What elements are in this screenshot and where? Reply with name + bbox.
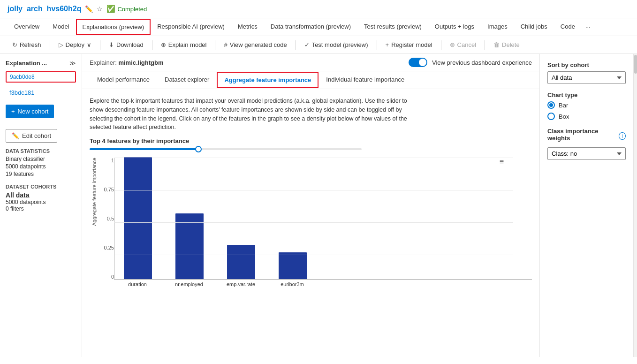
cancel-icon: ⊗ bbox=[450, 41, 455, 48]
edit-cohort-label: Edit cohort bbox=[22, 132, 51, 139]
tab-metrics[interactable]: Metrics bbox=[231, 18, 264, 36]
favorite-icon[interactable]: ☆ bbox=[97, 5, 103, 13]
tab-code[interactable]: Code bbox=[554, 18, 582, 36]
tab-model[interactable]: Model bbox=[46, 18, 76, 36]
class-importance-select[interactable]: Class: no Class: yes bbox=[547, 147, 626, 160]
main-content: Explanation ... ≫ 9acb0de8 f3bdc181 + Ne… bbox=[0, 54, 637, 357]
classifier-type: Binary classifier bbox=[6, 156, 76, 162]
download-button[interactable]: ⬇ Download bbox=[104, 39, 148, 51]
top-header: jolly_arch_hvs60h2q ✏️ ☆ ✅ Completed bbox=[0, 0, 637, 18]
scroll-bar[interactable] bbox=[633, 54, 637, 357]
new-cohort-button[interactable]: + New cohort bbox=[6, 105, 54, 118]
bar-duration[interactable] bbox=[124, 157, 152, 279]
dataset-cohorts-title: DATASET COHORTS bbox=[6, 184, 76, 190]
explain-model-button[interactable]: ⊕ Explain model bbox=[156, 39, 212, 51]
tab-child-jobs[interactable]: Child jobs bbox=[514, 18, 554, 36]
subtab-aggregate-feature-importance[interactable]: Aggregate feature importance bbox=[217, 72, 318, 88]
chart-area: Explore the top-k important features tha… bbox=[82, 89, 539, 357]
tab-explanations[interactable]: Explanations (preview) bbox=[76, 19, 151, 35]
new-cohort-label: New cohort bbox=[18, 108, 49, 115]
explainer-label: Explainer: bbox=[90, 59, 117, 66]
explain-icon: ⊕ bbox=[161, 41, 166, 48]
subtab-dataset-explorer[interactable]: Dataset explorer bbox=[157, 71, 217, 89]
deploy-label: Deploy bbox=[66, 41, 84, 48]
y-axis-label: Aggregate feature importance bbox=[90, 158, 97, 226]
y-tick-075: 0.75 bbox=[104, 187, 114, 192]
bar-emp-var-rate-rect bbox=[227, 245, 255, 279]
cancel-button[interactable]: ⊗ Cancel bbox=[445, 39, 481, 51]
x-label-nr-employed: nr.employed bbox=[175, 281, 203, 287]
sort-by-cohort-section: Sort by cohort All data 9acb0de8 f3bdc18… bbox=[547, 61, 626, 84]
register-model-button[interactable]: + Register model bbox=[381, 39, 437, 51]
chart-type-bar[interactable]: Bar bbox=[547, 101, 626, 109]
cohort-id-2: f3bdc181 bbox=[9, 89, 35, 96]
status-label: Completed bbox=[117, 6, 147, 13]
test-model-button[interactable]: ✓ Test model (preview) bbox=[300, 39, 373, 51]
scrollbar-thumb[interactable] bbox=[634, 55, 637, 74]
bar-label: Bar bbox=[559, 102, 568, 109]
bar-emp-var-rate[interactable] bbox=[227, 245, 255, 279]
edit-title-icon[interactable]: ✏️ bbox=[85, 5, 93, 13]
bar-radio[interactable] bbox=[547, 101, 555, 109]
subtab-model-performance[interactable]: Model performance bbox=[90, 71, 157, 89]
refresh-icon: ↻ bbox=[12, 41, 17, 48]
tab-images[interactable]: Images bbox=[481, 18, 514, 36]
cohort-item-selected[interactable]: 9acb0de8 bbox=[6, 71, 76, 83]
class-importance-info-icon[interactable]: i bbox=[619, 132, 626, 140]
cohort-item-2[interactable]: f3bdc181 bbox=[6, 87, 76, 98]
edit-cohort-button[interactable]: ✏️ Edit cohort bbox=[6, 129, 57, 143]
dashboard-toggle-area: View previous dashboard experience bbox=[409, 58, 532, 67]
x-label-emp-var-rate: emp.var.rate bbox=[227, 281, 255, 287]
feature-count-slider[interactable] bbox=[90, 148, 362, 150]
view-code-button[interactable]: # View generated code bbox=[219, 39, 291, 51]
toolbar-separator-2 bbox=[100, 40, 100, 50]
tab-data-transformation[interactable]: Data transformation (preview) bbox=[264, 18, 357, 36]
toolbar-separator-4 bbox=[215, 40, 215, 50]
check-icon: ✅ bbox=[106, 5, 115, 13]
bar-nr-employed[interactable] bbox=[175, 213, 204, 279]
x-label-duration: duration bbox=[123, 281, 152, 287]
sort-by-cohort-label: Sort by cohort bbox=[547, 61, 626, 68]
slider-thumb[interactable] bbox=[195, 146, 202, 152]
toolbar-separator-6 bbox=[377, 40, 377, 50]
register-icon: + bbox=[386, 41, 389, 48]
deploy-dropdown-icon: ∨ bbox=[87, 41, 91, 48]
sub-tabs: Model performance Dataset explorer Aggre… bbox=[82, 71, 539, 89]
refresh-button[interactable]: ↻ Refresh bbox=[8, 39, 46, 51]
toolbar-separator-5 bbox=[296, 40, 296, 50]
features-count: 19 features bbox=[6, 171, 76, 177]
expand-icon[interactable]: ≫ bbox=[69, 60, 76, 67]
toolbar-separator-8 bbox=[485, 40, 485, 50]
tab-test-results[interactable]: Test results (preview) bbox=[357, 18, 428, 36]
explain-label: Explain model bbox=[168, 41, 207, 48]
cohort-buttons: 9acb0de8 f3bdc181 bbox=[6, 71, 76, 99]
toolbar-separator-7 bbox=[441, 40, 441, 50]
deploy-icon: ▷ bbox=[59, 41, 63, 48]
deploy-button[interactable]: ▷ Deploy ∨ bbox=[54, 39, 96, 51]
nav-more-icon[interactable]: ··· bbox=[582, 19, 594, 35]
chart-title: Top 4 features by their importance bbox=[90, 137, 532, 144]
chart-type-options: Bar Box bbox=[547, 101, 626, 120]
explainer-info: Explainer: mimic.lightgbm bbox=[90, 59, 164, 66]
register-label: Register model bbox=[391, 41, 432, 48]
delete-button[interactable]: 🗑 Delete bbox=[489, 39, 524, 51]
refresh-label: Refresh bbox=[20, 41, 41, 48]
tab-outputs-logs[interactable]: Outputs + logs bbox=[428, 18, 481, 36]
cohort-id-1: 9acb0de8 bbox=[10, 74, 35, 80]
dashboard-toggle[interactable] bbox=[409, 58, 427, 67]
dataset-cohorts: DATASET COHORTS All data 5000 datapoints… bbox=[6, 184, 76, 212]
bar-euribor3m[interactable] bbox=[279, 252, 307, 279]
tab-responsible-ai[interactable]: Responsible AI (preview) bbox=[151, 18, 231, 36]
delete-icon: 🗑 bbox=[493, 41, 500, 48]
cohort-all-data-name: All data bbox=[6, 191, 76, 199]
chart-type-box[interactable]: Box bbox=[547, 113, 626, 120]
datapoints-count: 5000 datapoints bbox=[6, 163, 76, 170]
tab-overview[interactable]: Overview bbox=[8, 18, 46, 36]
class-importance-header: Class importance weights i bbox=[547, 128, 626, 144]
sort-by-cohort-select[interactable]: All data 9acb0de8 f3bdc181 bbox=[547, 71, 626, 84]
box-radio[interactable] bbox=[547, 113, 555, 120]
box-label: Box bbox=[559, 113, 569, 120]
subtab-individual-feature-importance[interactable]: Individual feature importance bbox=[318, 71, 412, 89]
right-sidebar: Sort by cohort All data 9acb0de8 f3bdc18… bbox=[539, 54, 633, 357]
y-tick-025: 0.25 bbox=[104, 245, 114, 250]
